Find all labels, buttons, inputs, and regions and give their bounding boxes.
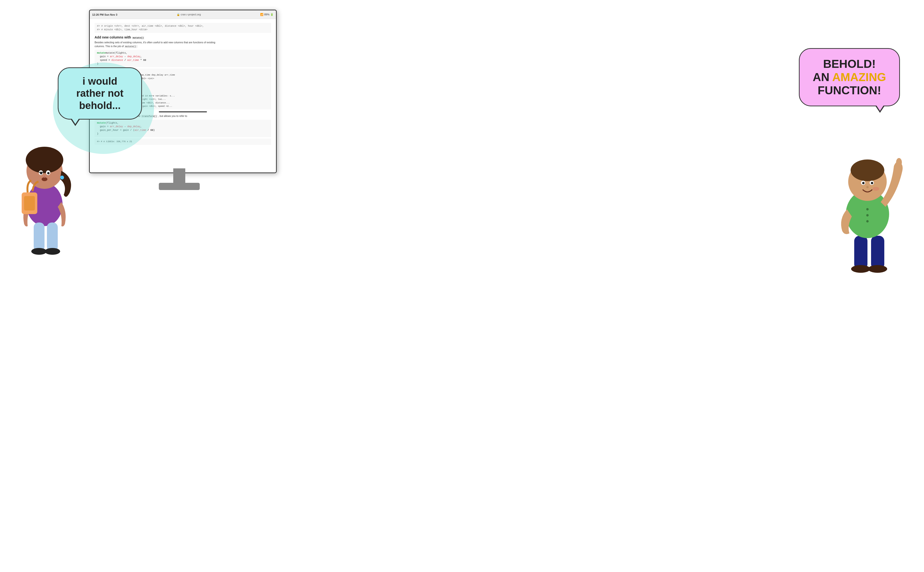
code-top: #> # origin <chr>, dest <chr>, air_time …	[95, 23, 271, 33]
svg-rect-16	[854, 236, 868, 269]
screen-divider	[159, 111, 207, 112]
character-left	[7, 115, 87, 272]
svg-rect-10	[34, 222, 45, 251]
svg-point-27	[871, 182, 873, 184]
svg-point-3	[60, 176, 64, 179]
svg-point-12	[31, 248, 47, 255]
svg-point-19	[868, 265, 887, 273]
svg-point-30	[896, 158, 902, 167]
speech-bubble-left: i would rather not behold...	[58, 67, 142, 120]
body-text: Besides selecting sets of existing colum…	[95, 40, 271, 48]
svg-point-33	[866, 220, 869, 222]
svg-point-13	[45, 248, 60, 255]
character-right	[823, 135, 924, 298]
svg-point-26	[862, 182, 865, 184]
svg-point-18	[851, 265, 870, 273]
svg-point-8	[42, 177, 47, 181]
svg-point-31	[866, 208, 869, 210]
svg-rect-15	[24, 196, 35, 210]
svg-point-32	[866, 214, 869, 216]
browser-time: 12:26 PM Sun Nov 3	[92, 13, 117, 16]
code-line-2: #> # minute <dbl>, time_hour <dttm>	[97, 28, 148, 31]
code-block-1: mutatemutate(flights, gain = arr_delay -…	[95, 50, 271, 67]
browser-icons: 📶 89% 🔋	[260, 13, 274, 16]
speech-bubble-right: BEHOLD! AN AMAZING FUNCTION!	[799, 48, 900, 106]
browser-bar: 12:26 PM Sun Nov 3 🔒 cran.r-project.org …	[90, 10, 276, 19]
svg-point-23	[869, 163, 883, 176]
svg-point-29	[873, 187, 879, 191]
section-heading: Add new columns with mutate()	[95, 35, 271, 39]
mutate-ref-code: mutate()	[124, 45, 137, 48]
mutate-inline-code: mutate()	[132, 36, 145, 39]
browser-url: 🔒 cran.r-project.org	[117, 13, 260, 16]
svg-point-2	[26, 147, 63, 173]
code-line-1: #> # origin <chr>, dest <chr>, air_time …	[97, 25, 204, 27]
svg-point-9	[44, 176, 45, 178]
svg-rect-17	[871, 236, 884, 269]
svg-rect-11	[47, 222, 58, 251]
svg-point-7	[47, 172, 50, 174]
monitor-base	[159, 183, 200, 190]
svg-point-28	[866, 186, 869, 188]
